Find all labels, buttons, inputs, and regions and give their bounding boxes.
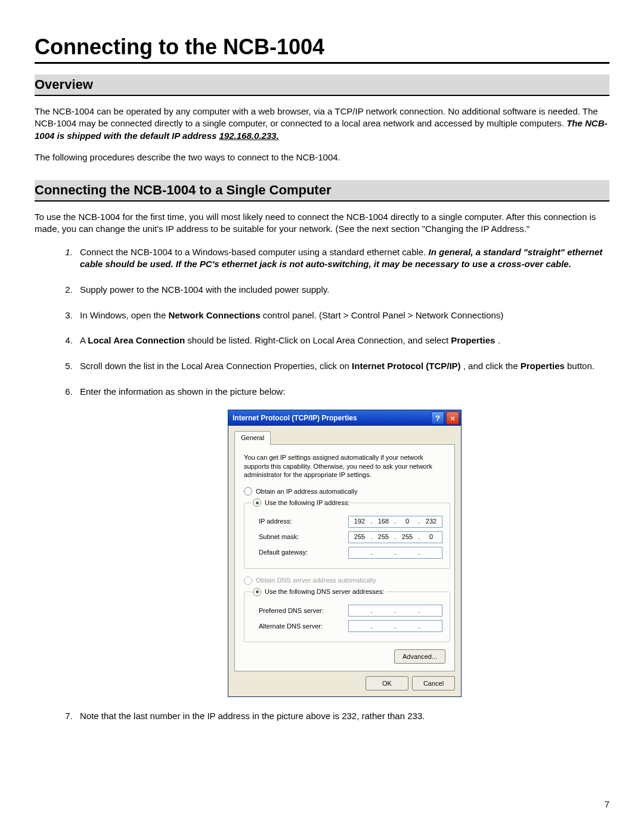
step-4-c: should be listed. Right-Click on Local A… [187,335,451,345]
page-number: 7 [605,799,609,809]
step-3-b: Network Connections [168,310,260,320]
step-4-d: Properties [451,335,495,345]
step-5: Scroll down the list in the Local Area C… [75,360,609,373]
ip-group: Use the following IP address: IP address… [244,498,450,569]
ip-oct-2: 168 [376,517,391,526]
radio-manual-dns[interactable] [253,588,261,596]
radio-manual-ip[interactable] [253,498,261,507]
radio-manual-dns-label: Use the following DNS server addresses: [265,587,385,596]
steps-list: Connect the NCB-1004 to a Windows-based … [75,246,609,723]
step-4: A Local Area Connection should be listed… [75,335,609,347]
step-3-a: In Windows, open the [80,310,168,320]
tcpip-dialog: Internet Protocol (TCP/IP) Properties ? … [228,410,462,697]
radio-auto-ip-label: Obtain an IP address automatically [256,487,357,496]
radio-manual-ip-label: Use the following IP address: [265,498,349,507]
dns-group: Use the following DNS server addresses: … [244,587,450,642]
step-4-e: . [498,335,500,345]
step-1: Connect the NCB-1004 to a Windows-based … [75,246,609,271]
ip-oct-4: 232 [423,517,439,526]
cancel-button[interactable]: Cancel [412,676,455,690]
step-7: Note that the last number in the IP addr… [75,710,609,723]
ip-oct-1: 192 [352,517,367,526]
input-gateway[interactable]: . . . [348,547,442,559]
overview-default-ip: 192.168.0.233. [219,131,279,141]
close-button[interactable]: × [446,411,459,425]
step-3-c: control panel. (Start > Control Panel > … [263,310,504,320]
input-subnet[interactable]: 255. 255. 255. 0 [348,531,442,543]
advanced-button[interactable]: Advanced... [394,649,445,664]
help-button[interactable]: ? [431,411,444,425]
radio-auto-ip[interactable] [244,487,252,496]
overview-p1-text: The NCB-1004 can be operated by any comp… [35,106,598,128]
step-5-d: Properties [521,361,565,371]
input-pref-dns[interactable]: . . . [348,605,442,617]
page-title: Connecting to the NCB-1004 [35,35,609,64]
step-5-a: Scroll down the list in the Local Area C… [80,361,352,371]
input-alt-dns[interactable]: . . . [348,620,442,632]
subnet-oct-1: 255 [352,532,367,541]
section-heading-single: Connecting the NCB-1004 to a Single Comp… [35,180,609,202]
overview-paragraph-2: The following procedures describe the tw… [35,151,609,163]
dialog-titlebar: Internet Protocol (TCP/IP) Properties ? … [228,410,461,426]
subnet-oct-2: 255 [376,532,391,541]
step-4-a: A [80,335,88,345]
ok-button[interactable]: OK [366,676,408,690]
single-intro: To use the NCB-1004 for the first time, … [35,211,609,236]
step-6: Enter the information as shown in the pi… [75,386,609,698]
input-ip[interactable]: 192. 168. 0. 232 [348,516,442,528]
label-subnet: Subnet mask: [252,532,348,541]
step-5-c: , and click the [463,361,521,371]
overview-paragraph-1: The NCB-1004 can be operated by any comp… [35,106,609,142]
step-3: In Windows, open the Network Connections… [75,309,609,322]
label-ip: IP address: [252,517,348,526]
step-5-e: button. [567,361,595,371]
label-gateway: Default gateway: [252,548,348,557]
ip-oct-3: 0 [400,517,415,526]
step-6-text: Enter the information as shown in the pi… [80,386,285,397]
radio-auto-dns [244,577,252,585]
dialog-intro: You can get IP settings assigned automat… [244,453,445,478]
radio-auto-dns-label: Obtain DNS server address automatically [256,576,376,585]
section-heading-overview: Overview [35,75,609,96]
label-pref-dns: Preferred DNS server: [252,606,348,615]
subnet-oct-4: 0 [423,532,439,541]
tab-general[interactable]: General [234,431,271,445]
step-4-b: Local Area Connection [88,335,185,345]
step-1-text: Connect the NCB-1004 to a Windows-based … [80,247,429,257]
step-5-b: Internet Protocol (TCP/IP) [352,361,461,371]
label-alt-dns: Alternate DNS server: [252,622,348,631]
dialog-title: Internet Protocol (TCP/IP) Properties [233,413,429,423]
subnet-oct-3: 255 [400,532,415,541]
step-2: Supply power to the NCB-1004 with the in… [75,284,609,296]
